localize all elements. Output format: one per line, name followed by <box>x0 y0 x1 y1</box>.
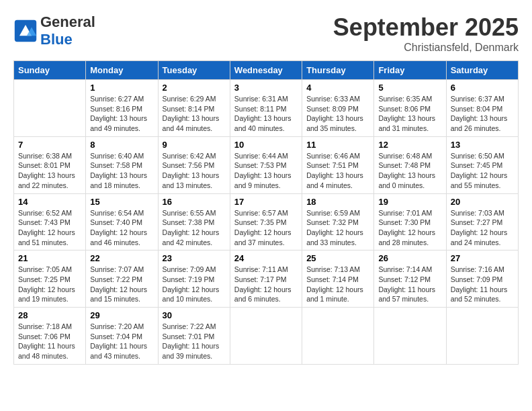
day-number: 14 <box>18 197 81 207</box>
day-number: 16 <box>163 197 226 207</box>
calendar-cell: 9Sunrise: 6:42 AMSunset: 7:56 PMDaylight… <box>158 136 230 193</box>
calendar-table: SundayMondayTuesdayWednesdayThursdayFrid… <box>13 60 519 365</box>
calendar-cell: 7Sunrise: 6:38 AMSunset: 8:01 PMDaylight… <box>14 136 86 193</box>
day-info: Sunrise: 7:07 AMSunset: 7:22 PMDaylight:… <box>90 265 153 304</box>
page-header: General Blue September 2025 Christiansfe… <box>13 13 519 54</box>
day-info: Sunrise: 7:01 AMSunset: 7:30 PMDaylight:… <box>378 208 441 248</box>
day-info: Sunrise: 6:42 AMSunset: 7:56 PMDaylight:… <box>163 151 226 191</box>
calendar-cell <box>302 308 374 365</box>
day-number: 22 <box>90 253 153 263</box>
calendar-cell: 27Sunrise: 7:16 AMSunset: 7:09 PMDayligh… <box>446 250 518 308</box>
calendar-cell <box>14 80 86 137</box>
day-info: Sunrise: 6:55 AMSunset: 7:38 PMDaylight:… <box>163 208 226 248</box>
day-number: 25 <box>306 253 369 263</box>
calendar-cell: 6Sunrise: 6:37 AMSunset: 8:04 PMDaylight… <box>446 80 518 137</box>
day-header-saturday: Saturday <box>446 61 518 80</box>
calendar-cell <box>374 308 446 365</box>
calendar-cell: 28Sunrise: 7:18 AMSunset: 7:06 PMDayligh… <box>14 308 86 365</box>
calendar-cell: 20Sunrise: 7:03 AMSunset: 7:27 PMDayligh… <box>446 193 518 250</box>
calendar-cell: 5Sunrise: 6:35 AMSunset: 8:06 PMDaylight… <box>374 80 446 137</box>
day-number: 5 <box>378 83 441 93</box>
day-number: 2 <box>163 83 226 93</box>
calendar-cell: 30Sunrise: 7:22 AMSunset: 7:01 PMDayligh… <box>158 308 230 365</box>
calendar-cell: 23Sunrise: 7:09 AMSunset: 7:19 PMDayligh… <box>158 250 230 308</box>
day-info: Sunrise: 6:54 AMSunset: 7:40 PMDaylight:… <box>90 208 153 248</box>
day-number: 15 <box>90 197 153 207</box>
day-info: Sunrise: 7:11 AMSunset: 7:17 PMDaylight:… <box>234 265 298 304</box>
day-number: 27 <box>451 253 514 263</box>
day-info: Sunrise: 6:31 AMSunset: 8:11 PMDaylight:… <box>234 94 298 134</box>
day-number: 7 <box>18 140 81 150</box>
day-info: Sunrise: 7:22 AMSunset: 7:01 PMDaylight:… <box>163 322 226 361</box>
day-header-sunday: Sunday <box>14 61 86 80</box>
day-number: 18 <box>306 197 369 207</box>
calendar-cell: 18Sunrise: 6:59 AMSunset: 7:32 PMDayligh… <box>302 193 374 250</box>
day-number: 21 <box>18 253 81 263</box>
calendar-cell: 17Sunrise: 6:57 AMSunset: 7:35 PMDayligh… <box>230 193 302 250</box>
calendar-cell: 2Sunrise: 6:29 AMSunset: 8:14 PMDaylight… <box>158 80 230 137</box>
day-info: Sunrise: 7:20 AMSunset: 7:04 PMDaylight:… <box>90 322 153 361</box>
day-info: Sunrise: 6:29 AMSunset: 8:14 PMDaylight:… <box>163 94 226 134</box>
day-number: 12 <box>378 140 441 150</box>
logo-icon <box>13 19 38 43</box>
day-number: 30 <box>163 310 226 320</box>
day-headers-row: SundayMondayTuesdayWednesdayThursdayFrid… <box>14 61 519 80</box>
day-info: Sunrise: 6:46 AMSunset: 7:51 PMDaylight:… <box>306 151 369 191</box>
day-info: Sunrise: 7:13 AMSunset: 7:14 PMDaylight:… <box>306 265 369 304</box>
calendar-cell: 24Sunrise: 7:11 AMSunset: 7:17 PMDayligh… <box>230 250 302 308</box>
day-number: 29 <box>90 310 153 320</box>
calendar-cell: 12Sunrise: 6:48 AMSunset: 7:48 PMDayligh… <box>374 136 446 193</box>
day-info: Sunrise: 6:59 AMSunset: 7:32 PMDaylight:… <box>306 208 369 248</box>
week-row-3: 14Sunrise: 6:52 AMSunset: 7:43 PMDayligh… <box>14 193 519 250</box>
calendar-cell: 21Sunrise: 7:05 AMSunset: 7:25 PMDayligh… <box>14 250 86 308</box>
calendar-cell: 1Sunrise: 6:27 AMSunset: 8:16 PMDaylight… <box>86 80 158 137</box>
calendar-cell: 8Sunrise: 6:40 AMSunset: 7:58 PMDaylight… <box>86 136 158 193</box>
day-number: 23 <box>163 253 226 263</box>
day-info: Sunrise: 6:27 AMSunset: 8:16 PMDaylight:… <box>90 94 153 134</box>
day-number: 6 <box>451 83 514 93</box>
day-header-tuesday: Tuesday <box>158 61 230 80</box>
day-number: 9 <box>163 140 226 150</box>
calendar-cell: 3Sunrise: 6:31 AMSunset: 8:11 PMDaylight… <box>230 80 302 137</box>
day-number: 1 <box>90 83 153 93</box>
day-info: Sunrise: 6:48 AMSunset: 7:48 PMDaylight:… <box>378 151 441 191</box>
day-number: 17 <box>234 197 298 207</box>
logo-general-text: General <box>40 13 95 30</box>
location-subtitle: Christiansfeld, Denmark <box>333 42 519 54</box>
week-row-4: 21Sunrise: 7:05 AMSunset: 7:25 PMDayligh… <box>14 250 519 308</box>
calendar-cell: 10Sunrise: 6:44 AMSunset: 7:53 PMDayligh… <box>230 136 302 193</box>
day-number: 10 <box>234 140 298 150</box>
day-header-thursday: Thursday <box>302 61 374 80</box>
week-row-1: 1Sunrise: 6:27 AMSunset: 8:16 PMDaylight… <box>14 80 519 137</box>
day-info: Sunrise: 7:09 AMSunset: 7:19 PMDaylight:… <box>163 265 226 304</box>
day-info: Sunrise: 6:57 AMSunset: 7:35 PMDaylight:… <box>234 208 298 248</box>
day-info: Sunrise: 7:18 AMSunset: 7:06 PMDaylight:… <box>18 322 81 361</box>
day-number: 4 <box>306 83 369 93</box>
calendar-cell: 29Sunrise: 7:20 AMSunset: 7:04 PMDayligh… <box>86 308 158 365</box>
day-number: 19 <box>378 197 441 207</box>
day-number: 3 <box>234 83 298 93</box>
week-row-2: 7Sunrise: 6:38 AMSunset: 8:01 PMDaylight… <box>14 136 519 193</box>
calendar-cell: 11Sunrise: 6:46 AMSunset: 7:51 PMDayligh… <box>302 136 374 193</box>
day-header-friday: Friday <box>374 61 446 80</box>
calendar-cell: 19Sunrise: 7:01 AMSunset: 7:30 PMDayligh… <box>374 193 446 250</box>
day-number: 8 <box>90 140 153 150</box>
calendar-cell: 25Sunrise: 7:13 AMSunset: 7:14 PMDayligh… <box>302 250 374 308</box>
day-info: Sunrise: 7:14 AMSunset: 7:12 PMDaylight:… <box>378 265 441 304</box>
calendar-cell: 15Sunrise: 6:54 AMSunset: 7:40 PMDayligh… <box>86 193 158 250</box>
calendar-cell: 13Sunrise: 6:50 AMSunset: 7:45 PMDayligh… <box>446 136 518 193</box>
logo-blue-text: Blue <box>40 31 73 48</box>
calendar-cell: 22Sunrise: 7:07 AMSunset: 7:22 PMDayligh… <box>86 250 158 308</box>
day-number: 26 <box>378 253 441 263</box>
day-info: Sunrise: 7:16 AMSunset: 7:09 PMDaylight:… <box>451 265 514 304</box>
day-info: Sunrise: 6:44 AMSunset: 7:53 PMDaylight:… <box>234 151 298 191</box>
calendar-cell: 26Sunrise: 7:14 AMSunset: 7:12 PMDayligh… <box>374 250 446 308</box>
month-title: September 2025 <box>333 13 519 42</box>
day-number: 11 <box>306 140 369 150</box>
day-info: Sunrise: 6:35 AMSunset: 8:06 PMDaylight:… <box>378 94 441 134</box>
calendar-cell <box>230 308 302 365</box>
day-info: Sunrise: 6:50 AMSunset: 7:45 PMDaylight:… <box>451 151 514 191</box>
day-info: Sunrise: 6:33 AMSunset: 8:09 PMDaylight:… <box>306 94 369 134</box>
day-number: 13 <box>451 140 514 150</box>
calendar-cell: 4Sunrise: 6:33 AMSunset: 8:09 PMDaylight… <box>302 80 374 137</box>
